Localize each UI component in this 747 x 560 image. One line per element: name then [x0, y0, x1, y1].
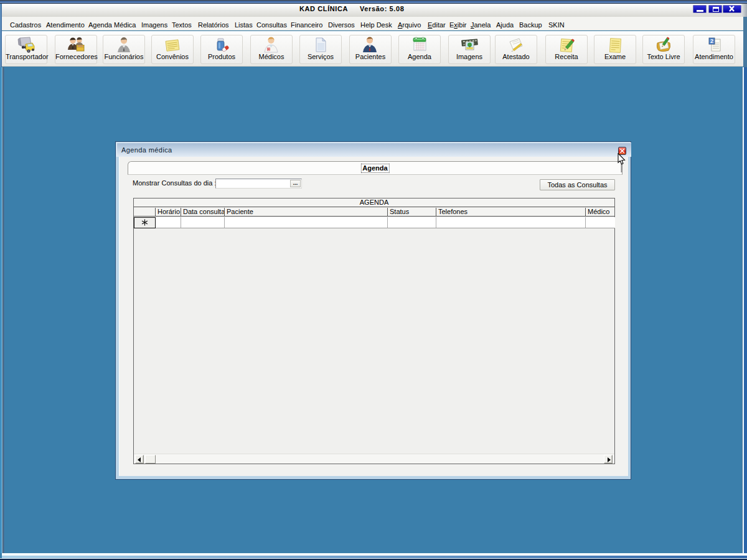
svg-text:2: 2 — [710, 38, 713, 44]
